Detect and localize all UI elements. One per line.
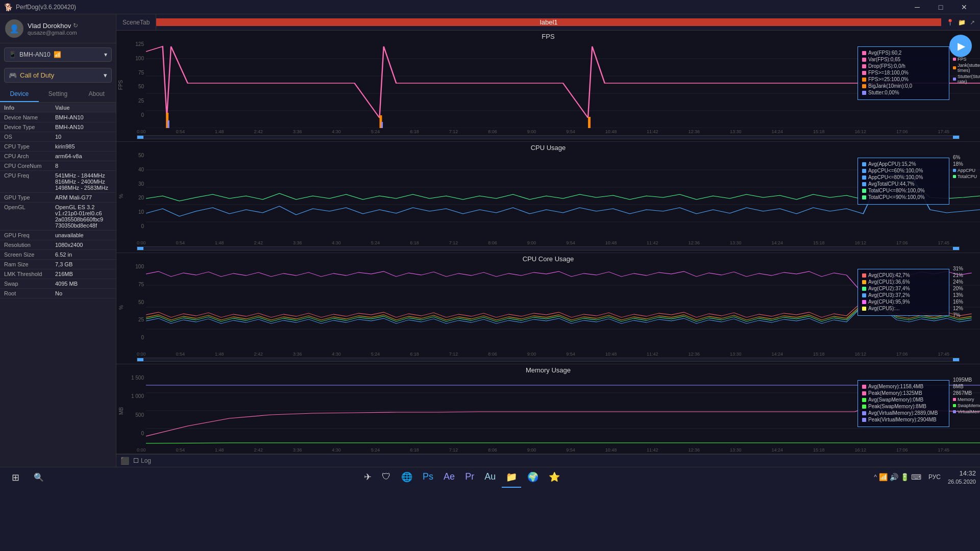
right-legend-item: Stutter(Stutter rate) bbox=[953, 74, 979, 84]
taskbar-telegram[interactable]: ✈ bbox=[360, 467, 376, 488]
info-col-header: Info bbox=[4, 105, 55, 111]
legend-item: Var(FPS):0,65 bbox=[862, 57, 945, 62]
taskbar-aftereffects[interactable]: Ae bbox=[439, 467, 459, 488]
notification-chevron-icon[interactable]: ^ bbox=[874, 473, 877, 481]
legend-item: BigJank(10min):0,0 bbox=[862, 83, 945, 89]
time-date[interactable]: 14:32 26.05.2020 bbox=[948, 469, 976, 486]
legend-item: Avg(CPU3):37,2% bbox=[862, 292, 945, 298]
legend-item: Avg(FPS):60,2 bbox=[862, 50, 945, 56]
taskbar-folder[interactable]: 📁 bbox=[502, 467, 521, 488]
legend-item: Peak(VirtualMemory):2904MB bbox=[862, 417, 945, 422]
taskbar-photoshop[interactable]: Ps bbox=[419, 467, 437, 488]
app-icon-selector: 🎮 bbox=[9, 71, 17, 79]
svg-rect-7 bbox=[588, 117, 591, 128]
right-legend-value: 6% bbox=[953, 155, 979, 160]
info-row: RootNo bbox=[0, 289, 116, 298]
info-row: CPU Freq541MHz - 1844MHz 816MHz - 2400MH… bbox=[0, 171, 116, 193]
info-table: Info Value Device NameBMH-AN10Device Typ… bbox=[0, 103, 116, 467]
search-button[interactable]: 🔍 bbox=[28, 467, 50, 488]
legend-item: Drop(FPS):0,0/h bbox=[862, 63, 945, 69]
app-title: PerfDog(v3.6.200420) bbox=[16, 4, 76, 11]
info-row: CPU Typekirin985 bbox=[0, 142, 116, 152]
legend-item: Avg(CPU2):37,4% bbox=[862, 286, 945, 291]
cpu-core-y-axis-label: % bbox=[116, 264, 126, 350]
cpu-scrollbar[interactable] bbox=[137, 246, 960, 251]
app-selector[interactable]: 🎮 Call of Duty ▾ bbox=[4, 68, 112, 83]
device-name: BMH-AN10 bbox=[19, 51, 51, 58]
cpu-core-chart-body: % 1007550250 bbox=[116, 264, 980, 350]
info-table-header: Info Value bbox=[0, 103, 116, 113]
maximize-button[interactable]: □ bbox=[929, 0, 952, 14]
taskbar-edge[interactable]: 🌐 bbox=[397, 467, 416, 488]
legend-item: Avg(CPU0):42,7% bbox=[862, 272, 945, 278]
cpu-chart-body: % 50403020100 bbox=[116, 153, 980, 239]
legend-item: Peak(SwapMemory):8MB bbox=[862, 404, 945, 409]
legend-item: TotalCPU<=80%:100,0% bbox=[862, 188, 945, 193]
taskbar-fav[interactable]: ⭐ bbox=[545, 467, 564, 488]
right-legend-value: 31% bbox=[953, 266, 979, 271]
cpu-canvas: Avg(AppCPU):15,2%AppCPU<=60%:100,0%AppCP… bbox=[146, 153, 980, 239]
right-legend-item: FPS bbox=[953, 57, 979, 62]
chevron-down-icon: ▾ bbox=[104, 71, 107, 79]
expand-icon[interactable]: ⬛ bbox=[120, 457, 129, 465]
tab-device[interactable]: Device bbox=[0, 87, 39, 102]
username: Vlad Dorokhov ↻ bbox=[28, 22, 78, 30]
tab-about[interactable]: About bbox=[77, 87, 116, 102]
device-icon: 📱 bbox=[9, 51, 16, 58]
taskbar-premiere[interactable]: Pr bbox=[461, 467, 478, 488]
close-button[interactable]: ✕ bbox=[952, 0, 976, 14]
title-bar-controls: ─ □ ✕ bbox=[905, 0, 976, 14]
right-legend-value: 21% bbox=[953, 272, 979, 278]
taskbar-audition[interactable]: Au bbox=[480, 467, 500, 488]
memory-chart: Memory Usage MB 1 5001 0005000 bbox=[116, 364, 980, 454]
right-legend-value: 1095MB bbox=[953, 377, 979, 383]
cpu-chart-title: CPU Usage bbox=[116, 142, 980, 153]
chevron-down-icon: ▾ bbox=[104, 51, 107, 58]
right-legend-item: Memory bbox=[953, 397, 979, 402]
minimize-button[interactable]: ─ bbox=[905, 0, 929, 14]
memory-chart-title: Memory Usage bbox=[116, 364, 980, 375]
language-indicator[interactable]: РУС bbox=[925, 473, 944, 481]
right-legend-value: 2867MB bbox=[953, 390, 979, 396]
device-selector[interactable]: 📱 BMH-AN10 📶 ▾ bbox=[4, 47, 112, 62]
share-icon: ↗ bbox=[970, 19, 975, 26]
fps-scrollbar[interactable] bbox=[137, 135, 960, 139]
legend-item: AvgTotalCPU:44,7% bbox=[862, 181, 945, 187]
sidebar: 👤 Vlad Dorokhov ↻ qusaze@gmail.com 📱 BMH… bbox=[0, 14, 116, 467]
memory-canvas: Avg(Memory):1158,4MBPeak(Memory):1325MBA… bbox=[146, 375, 980, 446]
notification-area: ^ 📶 🔊 🔋 ⌨ bbox=[874, 473, 921, 481]
legend-item: Peak(Memory):1325MB bbox=[862, 390, 945, 396]
legend-item: FPS>=25:100,0% bbox=[862, 77, 945, 82]
right-legend-value: 13% bbox=[953, 292, 979, 298]
right-legend-item: TotalCPU bbox=[953, 174, 979, 179]
cpu-legend: Avg(AppCPU):15,2%AppCPU<=60%:100,0%AppCP… bbox=[857, 158, 949, 205]
log-checkbox[interactable]: ☐ bbox=[133, 457, 139, 464]
taskbar-antivirus[interactable]: 🛡 bbox=[378, 467, 395, 488]
label1-tab[interactable]: label1 bbox=[156, 18, 941, 26]
play-button[interactable]: ▶ bbox=[949, 35, 972, 57]
tab-setting[interactable]: Setting bbox=[39, 87, 78, 102]
main-content: SceneTab label1 📍 📁 ↗ ▶ FPS FPS 12510075… bbox=[116, 14, 980, 467]
cpu-core-scrollbar[interactable] bbox=[137, 358, 960, 362]
legend-item: FPS>=18:100,0% bbox=[862, 70, 945, 76]
taskbar-browser[interactable]: 🌍 bbox=[523, 467, 543, 488]
right-legend-value: 18% bbox=[953, 161, 979, 167]
fps-chart-title: FPS bbox=[116, 31, 980, 41]
info-row: GPU Frequnavailable bbox=[0, 231, 116, 240]
fps-x-axis: 0:000:541:482:423:364:305:246:187:128:06… bbox=[137, 128, 949, 135]
fps-legend: Avg(FPS):60,2Var(FPS):0,65Drop(FPS):0,0/… bbox=[857, 46, 949, 100]
scene-tab-label: SceneTab bbox=[116, 14, 156, 30]
time-display: 14:32 bbox=[948, 469, 976, 478]
right-legend-value: 12% bbox=[953, 306, 979, 311]
volume-icon[interactable]: 🔊 bbox=[890, 473, 898, 481]
keyboard-icon: ⌨ bbox=[911, 473, 921, 481]
legend-item: Avg(CPU5):... bbox=[862, 306, 945, 311]
cpu-y-ticks: 50403020100 bbox=[126, 153, 146, 239]
right-legend-value: 7% bbox=[953, 312, 979, 318]
start-button[interactable]: ⊞ bbox=[4, 467, 27, 488]
right-legend-item: Jank(stutter times) bbox=[953, 63, 979, 73]
fps-y-ticks: 1251007550250 bbox=[126, 41, 146, 128]
refresh-icon[interactable]: ↻ bbox=[73, 22, 78, 29]
info-rows-container: Device NameBMH-AN10Device TypeBMH-AN10OS… bbox=[0, 113, 116, 298]
cpu-core-x-axis: 0:000:541:482:423:364:305:246:187:128:06… bbox=[137, 350, 949, 358]
